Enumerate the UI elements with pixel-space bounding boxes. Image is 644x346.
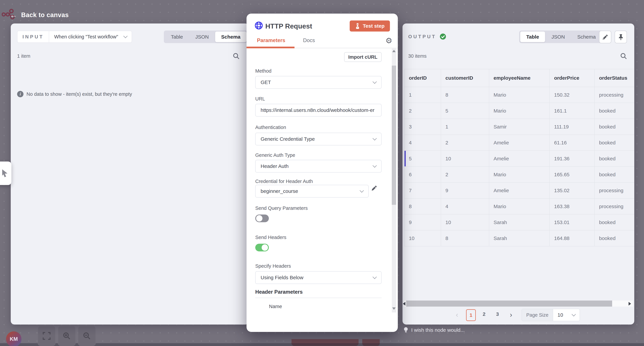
http-request-globe-icon (254, 21, 263, 30)
table-cell: 10 (441, 214, 489, 230)
empty-message: No data to show - item(s) exist, but the… (26, 92, 132, 97)
table-cell: 1 (441, 119, 489, 134)
credential-label: Credential for Header Auth (255, 178, 313, 184)
pencil-icon (370, 184, 378, 192)
node-title: HTTP Request (265, 22, 312, 30)
table-row[interactable]: 31Samir111.19booked (404, 119, 634, 135)
table-cell: Mario (489, 198, 550, 214)
table-row[interactable]: 79Amelie135.02processing (404, 183, 634, 198)
output-tab-json[interactable]: JSON (546, 32, 571, 42)
info-icon: i (17, 91, 24, 97)
input-view-tabs: Table JSON Schema (164, 30, 248, 43)
input-search-button[interactable] (232, 52, 240, 60)
send-query-parameters-toggle[interactable] (255, 214, 269, 222)
pin-data-button[interactable] (615, 31, 627, 43)
output-tab-table[interactable]: Table (520, 32, 545, 42)
page-size-dropdown[interactable]: 10 (553, 309, 580, 321)
column-header[interactable]: customerID (441, 69, 489, 87)
back-to-canvas-button[interactable]: ← Back to canvas (10, 11, 69, 19)
scroll-down-arrow-icon[interactable] (392, 308, 396, 310)
toggle-knob (262, 244, 268, 251)
generic-auth-type-select[interactable]: Header Auth (255, 160, 382, 172)
table-cell: booked (595, 167, 634, 182)
column-header[interactable]: orderID (404, 69, 441, 87)
fit-view-button[interactable] (38, 326, 56, 346)
table-cell: 2 (404, 103, 441, 118)
table-cell: booked (595, 151, 634, 166)
table-cell: 1 (404, 87, 441, 103)
chevron-down-icon (360, 188, 364, 192)
header-parameters-title: Header Parameters (255, 289, 303, 295)
http-request-node-modal: HTTP Request Test step Parameters Docs ⚙… (246, 14, 398, 332)
chevron-down-icon (372, 163, 377, 168)
pagination-next-button[interactable]: › (510, 311, 512, 318)
column-header[interactable]: employeeName (489, 69, 550, 87)
test-step-button[interactable]: Test step (350, 20, 390, 32)
wish-text: I wish this node would... (411, 327, 465, 333)
horizontal-scrollbar-thumb[interactable] (406, 300, 612, 306)
zoom-out-icon (83, 332, 91, 340)
import-curl-button[interactable]: Import cURL (344, 52, 382, 62)
pagination-page-2[interactable]: 2 (483, 311, 486, 317)
column-header[interactable]: orderStatus (595, 69, 634, 87)
authentication-select[interactable]: Generic Credential Type (255, 133, 382, 146)
scroll-right-arrow-icon[interactable] (628, 302, 631, 306)
table-cell: 2 (441, 135, 489, 150)
bottom-edge-strip (0, 343, 644, 346)
credential-select[interactable]: beginner_course (255, 185, 368, 198)
input-source-dropdown[interactable]: When clicking "Test workflow" (49, 31, 132, 42)
zoom-in-button[interactable] (58, 326, 76, 346)
table-cell: 10 (404, 230, 441, 246)
method-label: Method (255, 68, 272, 74)
method-select[interactable]: GET (255, 76, 382, 89)
page-size-control: Page Size 10 (522, 309, 580, 321)
edit-credential-button[interactable] (370, 184, 378, 193)
edit-output-button[interactable] (599, 31, 611, 43)
url-input[interactable]: https://internal.users.n8n.cloud/webhook… (255, 104, 382, 116)
toggle-knob (256, 215, 262, 222)
specify-headers-select[interactable]: Using Fields Below (255, 271, 382, 284)
tab-docs[interactable]: Docs (303, 38, 315, 44)
active-tab-underline (246, 47, 294, 48)
table-row[interactable]: 108Sarah164.88booked (404, 230, 634, 246)
zoom-out-button[interactable] (78, 326, 96, 346)
table-row[interactable]: 25Mario161.1booked (404, 103, 634, 119)
header-parameters-divider (255, 298, 382, 298)
input-empty-state: i No data to show - item(s) exist, but t… (17, 91, 132, 97)
table-row[interactable]: 42Amelie61.16booked (404, 135, 634, 151)
table-row[interactable]: 18Mario150.32processing (404, 87, 634, 103)
pagination-prev-button[interactable]: ‹ (456, 311, 458, 318)
table-row[interactable]: 510Amelie191.36booked (404, 151, 634, 167)
left-edge-cursor-tab[interactable] (0, 162, 12, 185)
output-search-button[interactable] (620, 52, 627, 60)
send-headers-label: Send Headers (255, 235, 286, 240)
table-cell: 8 (441, 230, 489, 246)
input-tab-json[interactable]: JSON (189, 32, 215, 42)
search-icon (620, 52, 627, 60)
node-feedback-link[interactable]: I wish this node would... (403, 327, 465, 334)
node-settings-gear-icon[interactable]: ⚙ (386, 37, 392, 44)
scroll-up-arrow-icon[interactable] (392, 50, 396, 52)
input-tab-table[interactable]: Table (165, 32, 189, 42)
pencil-icon (602, 34, 609, 41)
table-row[interactable]: 62Mario165.65booked (404, 167, 634, 183)
table-cell: 5 (404, 151, 441, 166)
input-items-count: 1 item (17, 53, 30, 59)
tab-parameters[interactable]: Parameters (257, 38, 285, 44)
output-tab-schema[interactable]: Schema (571, 32, 602, 42)
table-cell: 4 (404, 135, 441, 150)
modal-scrollbar-thumb[interactable] (392, 66, 396, 205)
pagination-page-3[interactable]: 3 (496, 311, 499, 317)
cursor-arrow-icon (1, 169, 9, 178)
scroll-left-arrow-icon[interactable] (403, 302, 405, 306)
send-headers-toggle[interactable] (255, 244, 269, 252)
table-row[interactable]: 84Mario163.38processing (404, 198, 634, 214)
user-avatar[interactable]: KM (6, 332, 22, 346)
table-cell: 150.32 (550, 87, 595, 103)
column-header[interactable]: orderPrice (550, 69, 595, 87)
table-cell: 161.1 (550, 103, 595, 118)
table-cell: Mario (489, 103, 550, 118)
input-tab-schema[interactable]: Schema (215, 32, 246, 42)
table-row[interactable]: 910Sarah153.01booked (404, 214, 634, 230)
pagination-page-1[interactable]: 1 (466, 309, 476, 321)
